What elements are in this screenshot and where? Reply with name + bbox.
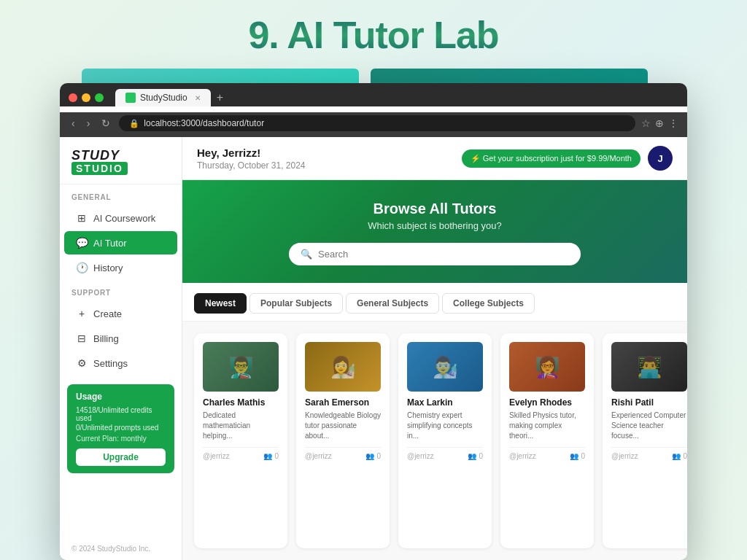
likes-icon-charles: 👥	[263, 452, 272, 460]
tutor-image-evelyn: 👩‍🏫	[509, 342, 585, 392]
likes-icon-rishi: 👥	[672, 452, 681, 460]
sidebar-item-label-coursework: AI Coursework	[93, 213, 155, 224]
user-avatar[interactable]: J	[648, 146, 673, 171]
address-bar-row: ‹ › ↻ 🔒 localhost:3000/dashboard/tutor ☆…	[60, 112, 687, 137]
sidebar-item-label-settings: Settings	[93, 358, 128, 369]
sidebar-item-label-create: Create	[93, 308, 122, 319]
tab-popular[interactable]: Popular Subjects	[249, 293, 343, 314]
tutor-footer-charles: @jerrizz 👥 0	[203, 447, 279, 460]
tutor-photo-rishi: 👨‍💻	[611, 342, 687, 392]
tutor-name-evelyn: Evelyn Rhodes	[509, 397, 585, 408]
tutor-desc-charles: Dedicated mathematician helping...	[203, 411, 279, 441]
hero-title: Browse All Tutors	[197, 201, 673, 217]
main-area: Hey, Jerrizz! Thursday, October 31, 2024…	[182, 137, 687, 560]
credits-used: 14518/Unlimited credits used	[76, 406, 166, 422]
search-input[interactable]	[318, 249, 569, 260]
menu-icon[interactable]: ⋮	[668, 117, 678, 129]
nav-refresh-btn[interactable]: ↻	[98, 116, 113, 131]
sidebar-item-billing[interactable]: ⊟ Billing	[64, 327, 177, 350]
main-content: Browse All Tutors Which subject is bothe…	[182, 180, 687, 560]
tutor-username-rishi: @jerrizz	[611, 452, 638, 460]
tutor-footer-rishi: @jerrizz 👥 0	[611, 447, 687, 460]
tutor-footer-sarah: @jerrizz 👥 0	[305, 447, 381, 460]
sidebar-item-ai-coursework[interactable]: ⊞ AI Coursework	[64, 206, 177, 230]
usage-title: Usage	[76, 392, 166, 402]
tab-newest[interactable]: Newest	[194, 293, 247, 314]
dot-close[interactable]	[69, 93, 77, 102]
upgrade-button[interactable]: Upgrade	[76, 448, 166, 466]
dot-minimize[interactable]	[82, 93, 90, 102]
tutor-photo-evelyn: 👩‍🏫	[509, 342, 585, 392]
current-plan: Current Plan: monthly	[76, 435, 166, 443]
nav-forward-btn[interactable]: ›	[84, 116, 93, 131]
browser-window: StudyStudio ✕ + ‹ › ↻ 🔒 localhost:3000/d…	[60, 83, 687, 560]
create-icon: +	[76, 308, 88, 319]
tutor-image-rishi: 👨‍💻	[611, 342, 687, 392]
tutor-card-rishi[interactable]: 👨‍💻 Rishi Patil Experienced Computer Sci…	[603, 333, 687, 548]
sidebar-item-label-history: History	[93, 262, 123, 273]
tutor-image-sarah: 👩‍🔬	[305, 342, 381, 392]
browser-icons: ☆ ⊕ ⋮	[641, 117, 678, 129]
dot-maximize[interactable]	[95, 93, 104, 102]
browser-tab-active[interactable]: StudyStudio ✕	[115, 89, 211, 106]
tutor-card-sarah[interactable]: 👩‍🔬 Sarah Emerson Knowledgeable Biology …	[296, 333, 390, 548]
tutor-card-charles[interactable]: 👨‍🏫 Charles Mathis Dedicated mathematici…	[194, 333, 287, 548]
tutor-card-max[interactable]: 👨‍🔬 Max Larkin Chemistry expert simplify…	[398, 333, 492, 548]
tutor-name-rishi: Rishi Patil	[611, 397, 687, 408]
sidebar: STUDY STUDIO GENERAL ⊞ AI Coursework 💬 A…	[60, 137, 182, 560]
extensions-icon[interactable]: ⊕	[655, 117, 664, 129]
billing-icon: ⊟	[76, 332, 88, 344]
likes-icon-sarah: 👥	[365, 452, 374, 460]
sidebar-item-ai-tutor[interactable]: 💬 AI Tutor	[64, 231, 177, 254]
tab-general[interactable]: General Subjects	[346, 293, 439, 314]
new-tab-btn[interactable]: +	[217, 91, 223, 104]
tab-close-btn[interactable]: ✕	[195, 94, 201, 102]
header-date: Thursday, October 31, 2024	[197, 160, 306, 171]
tab-college[interactable]: College Subjects	[442, 293, 535, 314]
header-greeting: Hey, Jerrizz!	[197, 147, 306, 159]
lock-icon: 🔒	[129, 119, 139, 128]
tab-bar: StudyStudio ✕ +	[115, 89, 223, 106]
tutor-icon: 💬	[76, 237, 88, 249]
tutor-photo-charles: 👨‍🏫	[203, 342, 279, 392]
tutor-likes-charles: 👥 0	[263, 452, 279, 460]
address-bar[interactable]: 🔒 localhost:3000/dashboard/tutor	[119, 115, 635, 131]
page-title: 9. AI Tutor Lab	[248, 13, 498, 57]
tutor-username-sarah: @jerrizz	[305, 452, 332, 460]
browser-chrome: StudyStudio ✕ +	[60, 83, 687, 106]
sidebar-item-settings[interactable]: ⚙ Settings	[64, 351, 177, 375]
sidebar-footer: © 2024 StudyStudio Inc.	[60, 537, 182, 560]
tutor-photo-sarah: 👩‍🔬	[305, 342, 381, 392]
tutor-likes-sarah: 👥 0	[365, 452, 381, 460]
nav-back-btn[interactable]: ‹	[69, 116, 78, 131]
tutor-name-sarah: Sarah Emerson	[305, 397, 381, 408]
settings-icon: ⚙	[76, 357, 88, 369]
tutor-image-charles: 👨‍🏫	[203, 342, 279, 392]
tabs-row: Newest Popular Subjects General Subjects…	[182, 283, 687, 322]
logo-box: STUDY STUDIO	[71, 149, 170, 175]
sidebar-item-create[interactable]: + Create	[64, 302, 177, 325]
logo-study: STUDY	[71, 149, 120, 162]
subscription-button[interactable]: ⚡ Get your subscription just for $9.99/M…	[462, 149, 640, 168]
hero-subtitle: Which subject is bothering you?	[197, 220, 673, 231]
tab-favicon	[125, 93, 136, 103]
tutor-footer-evelyn: @jerrizz 👥 0	[509, 447, 585, 460]
sidebar-section-support: SUPPORT	[60, 280, 182, 301]
tutor-likes-evelyn: 👥 0	[570, 452, 585, 460]
tab-label: StudyStudio	[140, 93, 187, 103]
hero-banner: Browse All Tutors Which subject is bothe…	[182, 180, 687, 283]
header-right: ⚡ Get your subscription just for $9.99/M…	[462, 146, 673, 171]
browser-controls: StudyStudio ✕ +	[69, 89, 678, 106]
sidebar-item-history[interactable]: 🕐 History	[64, 256, 177, 279]
tutor-name-charles: Charles Mathis	[203, 397, 279, 408]
logo-area: STUDY STUDIO	[60, 137, 182, 184]
logo-studio: STUDIO	[71, 162, 128, 175]
sidebar-item-label-tutor: AI Tutor	[93, 238, 127, 249]
tutor-card-evelyn[interactable]: 👩‍🏫 Evelyn Rhodes Skilled Physics tutor,…	[500, 333, 594, 548]
url-text: localhost:3000/dashboard/tutor	[144, 118, 264, 128]
app-container: STUDY STUDIO GENERAL ⊞ AI Coursework 💬 A…	[60, 137, 687, 560]
likes-icon-max: 👥	[468, 452, 476, 460]
tutor-desc-sarah: Knowledgeable Biology tutor passionate a…	[305, 411, 381, 441]
tutor-likes-rishi: 👥 0	[672, 452, 687, 460]
star-icon[interactable]: ☆	[641, 117, 651, 129]
